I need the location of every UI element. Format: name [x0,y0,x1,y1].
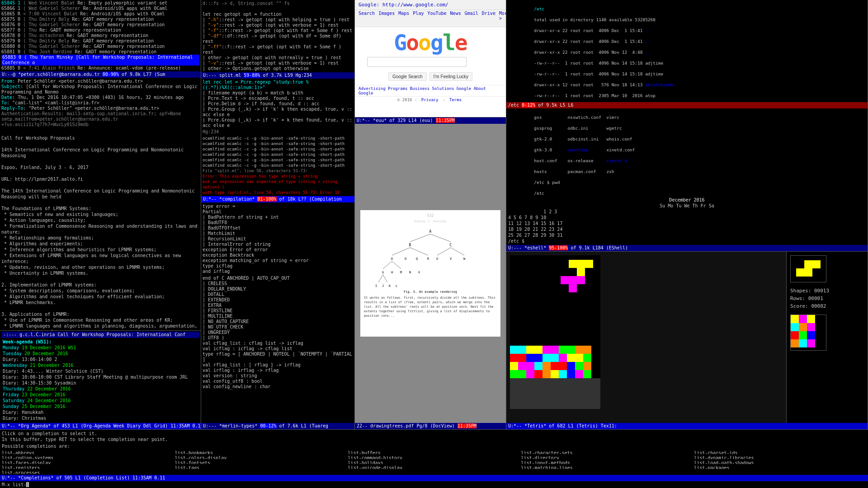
svg-rect-45 [559,346,567,354]
svg-rect-96 [791,339,799,347]
google-status-bar: U:*-- *euu* of 329 L14 (euu) 11:35PM [355,117,506,124]
mode-line: *peter.schöller@barnara.edu.tr [18,72,100,77]
completion-list-tags[interactable]: list-tags [175,465,347,469]
svg-rect-64 [551,362,559,370]
privacy-link[interactable]: Privacy [421,98,439,102]
completion-list-unicode-display[interactable]: list-unicode-display [348,465,520,469]
email-row[interactable]: 65876 0 ( Thu Gabriel Scherer Re: GADT m… [1,22,199,28]
email-row[interactable]: 65845 1 ( Wed Vincent Balat Re: Empty po… [1,0,199,6]
svg-rect-43 [542,346,551,354]
eshell-pct: 0-12% [522,103,535,108]
svg-rect-73 [542,370,551,378]
completion-list-directory[interactable]: list-directory [521,455,693,459]
svg-text:I: I [375,284,377,288]
completion-list-abbrevs[interactable]: list-abbrevs [2,450,174,454]
completion-list-registers[interactable]: list-registers [2,465,174,469]
completion-list-command-history[interactable]: list-command-history [348,455,520,459]
svg-rect-39 [510,346,518,354]
compilation-status: U:*-- *compilation* 81-100% of 18k L?? (… [201,196,354,202]
possible-label: Possible completions are: [0,443,868,449]
completion-list-colors-display[interactable]: list-colors-display [175,455,347,459]
calendar-week5: 25 26 27 28 29 30 31 [508,232,866,238]
svg-line-17 [392,261,401,269]
pdf-content: 532 Andrew J. Kennedy A B C D [360,210,500,337]
email-row[interactable]: 65878 0 ( Thu octachron Re: GADT memory … [1,33,199,38]
nav-drive[interactable]: Drive [482,11,495,26]
completion-list-bookmarks[interactable]: list-bookmarks [175,450,347,454]
email-row[interactable]: 65885 0 < 7:41 Alain Frisch Re: Announce… [1,66,199,71]
google-search-button[interactable]: Google Search [388,72,427,81]
im-feeling-lucky-button[interactable]: I'm Feeling Lucky [429,72,473,81]
business-solutions-link[interactable]: Business Solutions [410,86,454,91]
tetris-board [506,252,786,423]
completion-list-dynamic-libraries[interactable]: list-dynamic-libraries [694,455,866,459]
google-link[interactable]: Google [457,86,472,91]
nav-news[interactable]: News [450,11,461,26]
calendar-week1: 1 2 3 [508,209,866,215]
svg-text:G: G [382,271,384,274]
email-row[interactable]: 65881 0 ( Thu Josh Berdine Re: GADT memo… [1,49,199,55]
completion-list-holidays[interactable]: list-holidays [348,460,520,464]
email-subject: Subject: [Call for Workshop Proposals: I… [1,84,199,95]
score-val: 00082 [811,303,826,309]
completion-list-fontsets[interactable]: list-fontsets [175,460,347,464]
completion-list-charset-ids[interactable]: list-charset-ids [694,450,866,454]
svg-line-16 [383,261,392,269]
email-status-bar: U:--@ *peter.schöller@barnara.edu.tr 80-… [0,71,201,78]
terms-link[interactable]: Terms [449,98,462,102]
svg-line-2 [430,234,451,242]
completions-grid: list-abbrevs list-bookmarks list-buffers… [0,449,868,475]
completion-list-processes[interactable]: list-processes [2,470,174,474]
completion-list-character-sets[interactable]: list-character-sets [521,450,693,454]
svg-rect-62 [534,362,542,370]
advertising-programs-link[interactable]: Advertising Programs [359,86,407,91]
rows-label: Rows: [790,296,805,301]
google-nav[interactable]: Search Images Maps Play YouTube News Gma… [355,10,506,27]
email-row[interactable]: 65877 0 ( Thu Re: GADT memory representa… [1,28,199,33]
score-info: Score: 00082 [790,303,864,309]
pdf-mode: 22-- drawingtrees.pdf [357,423,416,428]
svg-rect-98 [807,339,815,347]
completion-list-matching-lines[interactable]: list-matching-lines [521,465,693,469]
completion-list-packages[interactable]: list-packages [694,465,866,469]
email-row[interactable]: 65880 0 ( Thu Gabriel Scherer Re: GADT m… [1,44,199,49]
email-row[interactable]: 65865 R < 7:00 Vincent Balat Re: Android… [1,11,199,17]
svg-text:V: V [450,257,452,261]
svg-rect-92 [807,323,815,331]
svg-text:N: N [409,271,411,274]
svg-rect-91 [799,323,807,331]
nav-youtube[interactable]: YouTube [427,11,446,26]
tetris-status-bar: U:*-- *Tetris* of 682 L1 (Tetris) Tex11: [506,423,868,429]
svg-rect-34 [585,260,593,268]
status-text: U:*-- *Org Agenda* of 453 L1 (Org-Agenda… [2,423,201,428]
email-row[interactable]: 65866 1 ( Wed Gabriel Scherer Re: Androi… [1,6,199,11]
nav-images[interactable]: Images [378,11,395,26]
email-row-selected[interactable]: 65883 0 ( Thu Yaron Minsky [Call for Wor… [1,55,199,66]
completion-list-coding-systems[interactable]: list-coding-systems [2,455,174,459]
nav-more[interactable]: More > [499,11,506,26]
nav-search[interactable]: Search [359,11,375,26]
svg-rect-58 [583,354,591,362]
email-row[interactable]: 65879 0 ( Thu Dmitry Bely Re: GADT memor… [1,38,199,44]
shapes-val: 00013 [814,288,829,294]
nav-maps[interactable]: Maps [398,11,409,26]
completion-list-input-methods[interactable]: list-input-methods [521,460,693,464]
eshell-status-text: U:--- *eshell* [508,245,549,250]
nav-play[interactable]: Play [413,11,424,26]
google-search-input[interactable] [367,57,467,67]
completion-list-load-path-shadows[interactable]: list-load-path-shadows [694,460,866,464]
bottom-bar: Click on a completion to select it. In t… [0,429,868,488]
completion-list-faces-display[interactable]: list-faces-display [2,460,174,464]
tetris-svg [510,255,600,409]
pdf-page: Pg/8 [416,423,427,428]
search-buttons: Google Search I'm Feeling Lucky [388,72,472,81]
svg-rect-76 [567,370,575,378]
completion-list-buffers[interactable]: list-buffers [348,450,520,454]
email-row[interactable]: 65875 0 ( Thu Dmitry Bely Re: GADT memor… [1,17,199,22]
url-text: Google: http://www.google.com/ [359,2,448,8]
nav-gmail[interactable]: Gmail [465,11,478,26]
svg-rect-60 [518,362,526,370]
svg-text:K: K [389,284,391,288]
eshell-status2: U:--- *eshell* 95-100% of 9.1k L184 (ESh… [506,245,868,251]
agenda-christmas: Diary: Christmas [3,415,198,421]
